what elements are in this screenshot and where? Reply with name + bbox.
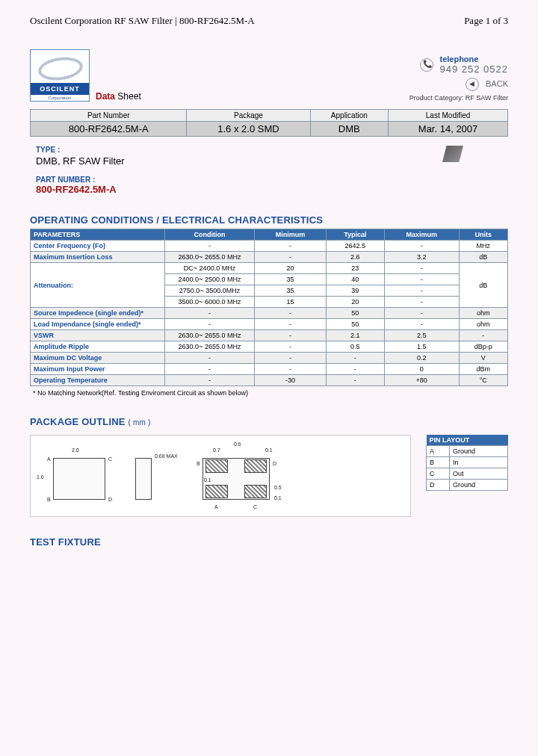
spec-max: 0.2 [384,353,459,364]
spec-min: 35 [255,274,327,285]
spec-param: Operating Temperature [31,375,165,386]
back-arrow-icon [466,78,479,91]
spec-unit: dBp-p [459,341,507,353]
spec-footnote: * No Matching Network(Ref. Testing Envir… [33,389,508,397]
pin-id: C [427,468,450,480]
package-drawing: 2.0 1.6 A B C D 0.68 MAX 0.7 0.6 0.1 0.5… [30,435,411,517]
spec-cond: - [165,308,255,319]
spec-max: 1.5 [384,341,459,353]
type-block: TYPE : DMB, RF SAW Filter PART NUMBER : … [36,146,508,195]
dim-pad-h: 0.5 [274,485,282,490]
spec-row: Load Impendance (single ended)*--50-ohm [31,319,508,330]
spec-min: - [255,252,327,263]
spec-row: Maximum DC Voltage---0.2V [31,353,508,364]
spec-param: Attenuation: [31,263,165,308]
spec-col-unit: Units [459,229,507,241]
spec-max: - [384,263,459,274]
info-header: Last Modified [389,110,508,122]
pin-func: Ground [449,446,507,457]
page-indicator: Page 1 of 3 [464,15,508,27]
section-spec-title: OPERATING CONDITIONS / ELECTRICAL CHARAC… [30,214,508,226]
dim-w: 2.0 [72,447,79,453]
spec-typ: 20 [326,297,384,308]
dim-thick: 0.68 MAX [155,453,178,459]
spec-row: Amplitude Ripple2630.0~ 2655.0 MHz-0.51.… [31,341,508,353]
title-sheet: Sheet [115,91,141,102]
spec-min: - [255,330,327,341]
spec-cond: 2750.0~ 3500.0MHz [165,285,255,297]
spec-max: - [384,285,459,297]
spec-min: - [255,241,327,252]
spec-param: Load Impendance (single ended)* [31,319,165,330]
back-button[interactable]: BACK [409,78,508,91]
spec-max: - [384,319,459,330]
spec-cond: 2630.0~ 2655.0 MHz [165,341,255,353]
spec-col-param: PARAMETERS [31,229,165,241]
spec-table: PARAMETERS Condition Minimum Typical Max… [30,229,508,386]
info-header: Package [187,110,310,122]
telephone-label: telephone [439,55,478,63]
dim-pad-edge: 0.1 [265,447,273,453]
company-logo: OSCILENT Corporation [30,49,90,102]
header-title: Oscilent Corporation RF SAW Filter | 800… [30,15,255,27]
spec-unit: dB [459,263,507,308]
spec-cond: DC~ 2400.0 MHz [165,263,255,274]
spec-max: - [384,274,459,285]
pin-b2: B [197,461,200,466]
pin-layout-header: PIN LAYOUT [427,435,508,446]
pin-a2: A [214,504,218,509]
pkg-title-text: PACKAGE OUTLINE [30,416,126,427]
spec-typ: - [326,364,384,375]
spec-param: Amplitude Ripple [31,341,165,353]
pin-d2: D [273,461,276,466]
spec-param: Maximum Input Power [31,364,165,375]
dim-pad-w: 0.7 [213,447,220,453]
spec-param: Maximum DC Voltage [31,353,165,364]
partnumber-label: PART NUMBER : [36,176,508,184]
spec-unit: dB [459,252,507,263]
info-value: 1.6 x 2.0 SMD [187,122,310,137]
prodcat-value: RF SAW Filter [466,94,508,102]
spec-min: 20 [255,263,327,274]
dim-pad-inset: 0.1 [204,477,211,483]
info-value: Mar. 14, 2007 [389,122,508,137]
spec-row: Center Frequency (Fo)--2642.5-MHz [31,241,508,252]
spec-unit: MHz [459,241,507,252]
spec-cond: - [165,319,255,330]
logo-block: OSCILENT Corporation Data Sheet [30,49,141,102]
spec-min: - [255,319,327,330]
package-outline-row: 2.0 1.6 A B C D 0.68 MAX 0.7 0.6 0.1 0.5… [30,435,508,517]
section-test-title: TEST FIXTURE [30,536,508,548]
spec-min: - [255,308,327,319]
pin-a: A [47,456,51,462]
spec-col-max: Maximum [384,229,459,241]
spec-min: 35 [255,285,327,297]
spec-cond: - [165,241,255,252]
pin-func: In [449,457,507,468]
spec-param: Center Frequency (Fo) [31,241,165,252]
pin-func: Ground [449,480,507,491]
pin-func: Out [449,468,507,480]
dim-pad-gap: 0.6 [234,441,241,447]
spec-typ: 50 [326,308,384,319]
dim-h: 1.6 [37,474,44,480]
telephone-row: telephone 949 252 0522 [409,55,508,75]
info-header: Application [310,110,389,122]
spec-row: Source Impedence (single ended)*--50-ohm [31,308,508,319]
pin-b: B [47,497,51,502]
spec-cond: 2630.0~ 2655.0 MHz [165,330,255,341]
spec-row: Attenuation:DC~ 2400.0 MHz2023-dB [31,263,508,274]
logo-brand: OSCILENT [31,83,89,95]
spec-typ: 0.5 [326,341,384,353]
page-header: Oscilent Corporation RF SAW Filter | 800… [30,15,508,27]
spec-typ: - [326,375,384,386]
pin-c: C [108,456,112,462]
spec-cond: - [165,353,255,364]
pin-id: A [427,446,450,457]
product-category: Product Category: RF SAW Filter [409,94,508,102]
spec-col-cond: Condition [165,229,255,241]
spec-unit: V [459,353,507,364]
type-value: DMB, RF SAW Filter [36,155,508,167]
spec-unit: - [459,330,507,341]
spec-unit: ohm [459,319,507,330]
